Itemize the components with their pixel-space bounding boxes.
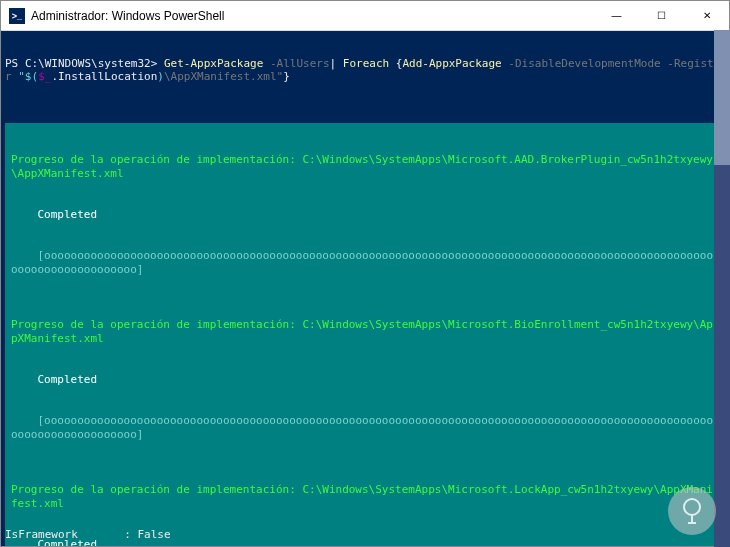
progress-block: Progreso de la operación de implementaci… — [5, 123, 725, 546]
terminal-pane[interactable]: PS C:\WINDOWS\system32> Get-AppxPackage … — [1, 31, 729, 546]
window-title: Administrador: Windows PowerShell — [31, 9, 594, 23]
progress-status: Completed — [5, 373, 725, 387]
interp-open: "$( — [18, 70, 38, 83]
progress-bar: [ooooooooooooooooooooooooooooooooooooooo… — [5, 249, 725, 277]
vertical-scrollbar[interactable] — [714, 30, 730, 547]
prop-installlocation: .InstallLocation — [51, 70, 157, 83]
command-line: PS C:\WINDOWS\system32> Get-AppxPackage … — [5, 58, 725, 83]
window-controls: — ☐ ✕ — [594, 1, 729, 30]
cmd-get-appxpackage: Get-AppxPackage — [164, 57, 270, 70]
string-tail: \AppXManifest.xml" — [164, 70, 283, 83]
cmd-add-appxpackage: Add-AppxPackage — [402, 57, 508, 70]
progress-status: Completed — [5, 208, 725, 222]
cmd-foreach: Foreach — [343, 57, 396, 70]
flag-allusers: -AllUsers — [270, 57, 330, 70]
ps-prefix: PS — [5, 57, 25, 70]
progress-item: Progreso de la operación de implementaci… — [5, 153, 725, 181]
output-line: IsFramework : False — [5, 529, 171, 542]
progress-item: Progreso de la operación de implementaci… — [5, 318, 725, 346]
interp-close: ) — [157, 70, 164, 83]
minimize-button[interactable]: — — [594, 1, 639, 30]
maximize-button[interactable]: ☐ — [639, 1, 684, 30]
scrollbar-thumb[interactable] — [714, 30, 730, 165]
flag-disabledevmode: -DisableDevelopmentMode — [508, 57, 667, 70]
ps-path: C:\WINDOWS\system32> — [25, 57, 164, 70]
progress-item: Progreso de la operación de implementaci… — [5, 483, 725, 511]
brace-close: } — [283, 70, 290, 83]
var-pipeline: $_ — [38, 70, 51, 83]
powershell-window: >_ Administrador: Windows PowerShell — ☐… — [0, 0, 730, 547]
powershell-icon: >_ — [9, 8, 25, 24]
close-button[interactable]: ✕ — [684, 1, 729, 30]
pipe: | — [330, 57, 343, 70]
titlebar[interactable]: >_ Administrador: Windows PowerShell — ☐… — [1, 1, 729, 31]
progress-bar: [ooooooooooooooooooooooooooooooooooooooo… — [5, 414, 725, 442]
